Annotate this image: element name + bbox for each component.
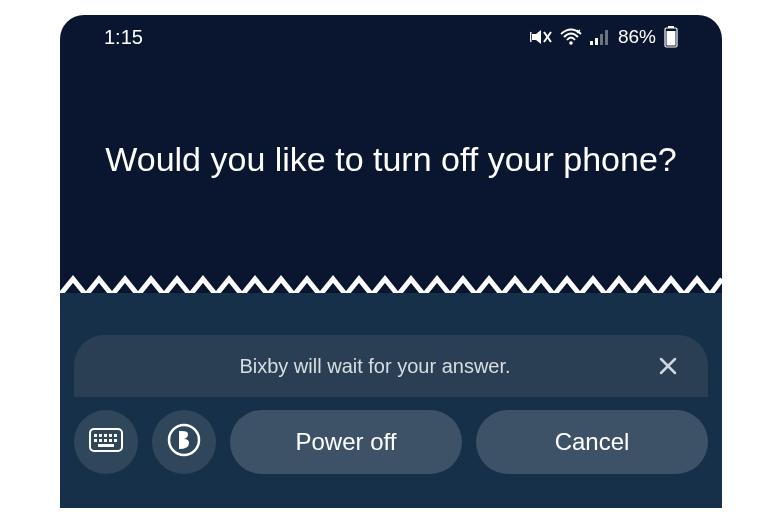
status-bar: 1:15 bbox=[60, 15, 722, 59]
svg-point-2 bbox=[569, 41, 573, 45]
svg-rect-3 bbox=[590, 41, 593, 45]
svg-rect-5 bbox=[600, 34, 603, 45]
battery-icon bbox=[664, 26, 678, 48]
wifi-icon bbox=[560, 28, 582, 46]
battery-percent: 86% bbox=[618, 26, 656, 48]
svg-rect-22 bbox=[114, 439, 117, 442]
mute-vibrate-icon bbox=[530, 27, 552, 47]
svg-rect-6 bbox=[605, 30, 608, 45]
cancel-button[interactable]: Cancel bbox=[476, 410, 708, 474]
svg-rect-18 bbox=[94, 439, 97, 442]
signal-icon bbox=[590, 29, 610, 45]
bixby-toast: Bixby will wait for your answer. bbox=[74, 335, 708, 397]
svg-rect-4 bbox=[595, 38, 598, 45]
keyboard-icon bbox=[89, 428, 123, 456]
lower-panel: Bixby will wait for your answer. bbox=[60, 293, 722, 508]
bixby-icon bbox=[166, 422, 202, 462]
svg-rect-23 bbox=[98, 444, 114, 447]
power-off-label: Power off bbox=[296, 428, 397, 456]
svg-rect-15 bbox=[104, 434, 107, 437]
svg-rect-14 bbox=[99, 434, 102, 437]
action-row: Power off Cancel bbox=[74, 407, 708, 477]
svg-rect-16 bbox=[109, 434, 112, 437]
prompt-area: Would you like to turn off your phone? bbox=[60, 59, 722, 181]
svg-rect-17 bbox=[114, 434, 117, 437]
svg-rect-21 bbox=[109, 439, 112, 442]
svg-rect-13 bbox=[94, 434, 97, 437]
close-button[interactable] bbox=[652, 350, 684, 382]
device-frame: 1:15 bbox=[60, 15, 722, 508]
status-time: 1:15 bbox=[104, 26, 143, 49]
prompt-text: Would you like to turn off your phone? bbox=[90, 137, 692, 181]
bixby-button[interactable] bbox=[152, 410, 216, 474]
svg-rect-20 bbox=[104, 439, 107, 442]
toast-message: Bixby will wait for your answer. bbox=[98, 355, 652, 378]
svg-rect-9 bbox=[667, 31, 676, 46]
svg-rect-19 bbox=[99, 439, 102, 442]
keyboard-button[interactable] bbox=[74, 410, 138, 474]
cancel-label: Cancel bbox=[555, 428, 630, 456]
power-off-button[interactable]: Power off bbox=[230, 410, 462, 474]
